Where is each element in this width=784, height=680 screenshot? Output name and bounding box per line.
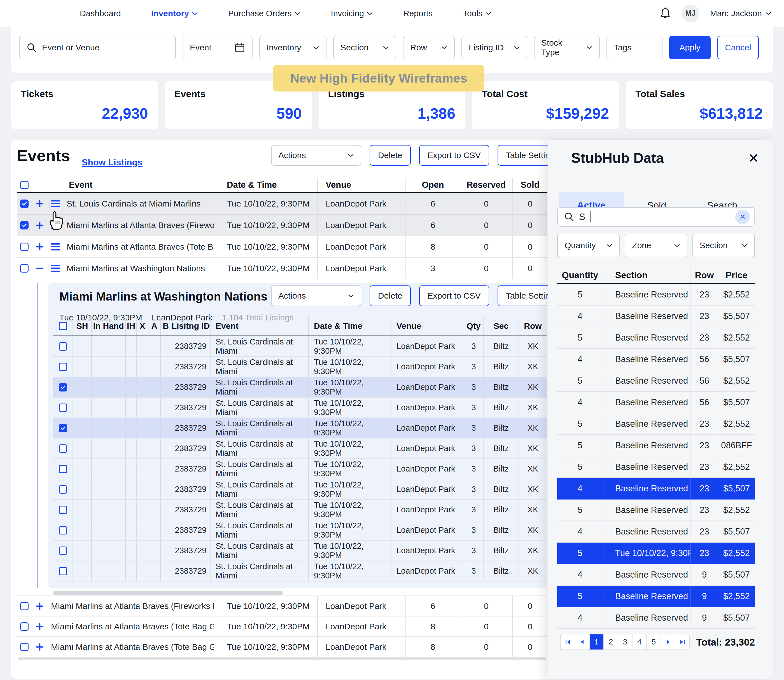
row-checkbox[interactable] (20, 221, 28, 230)
stubhub-row[interactable]: 5 Baseline Reserved 20 23 $2,552 (557, 413, 755, 435)
nav-item-inventory[interactable]: Inventory (151, 9, 198, 18)
row-checkbox[interactable] (59, 363, 67, 371)
delete-button[interactable]: Delete (370, 285, 411, 306)
listing-row[interactable]: 2383729 St. Louis Cardinals at Miami Tue… (53, 459, 547, 479)
event-row[interactable]: Miami Marlins at Atlanta Braves (Tote Ba… (17, 236, 547, 258)
nav-item-tools[interactable]: Tools (463, 9, 491, 18)
cancel-button[interactable]: Cancel (717, 36, 759, 59)
page-button-3[interactable]: 3 (618, 634, 632, 650)
row-checkbox[interactable] (59, 546, 67, 555)
menu-icon[interactable] (51, 265, 60, 272)
quantity-dropdown[interactable]: Quantity (557, 234, 620, 257)
row-checkbox[interactable] (20, 264, 28, 272)
event-row[interactable]: Miami Marlins at Atlanta Braves (Firewor… (17, 596, 547, 617)
next-page-button[interactable] (661, 634, 675, 650)
row-checkbox[interactable] (20, 242, 28, 251)
search-input[interactable]: Event or Venue (19, 36, 176, 59)
listing-row[interactable]: 2383729 St. Louis Cardinals at Miami Tue… (53, 561, 547, 581)
listing-row[interactable]: 2383729 St. Louis Cardinals at Miami Tue… (53, 500, 547, 520)
zone-dropdown[interactable]: Zone (625, 234, 687, 257)
select-all-checkbox[interactable] (20, 181, 28, 189)
export-csv-button[interactable]: Export to CSV (419, 145, 489, 166)
horizontal-scrollbar[interactable] (53, 591, 283, 595)
stubhub-row[interactable]: 4 Baseline Reserved 20 56 $5,507 (557, 349, 755, 370)
notification-bell-icon[interactable] (660, 7, 671, 20)
event-row[interactable]: Miami Marlins at Atlanta Braves (Firewor… (17, 215, 547, 236)
menu-icon[interactable] (51, 243, 60, 250)
expand-plus-icon[interactable] (35, 622, 44, 631)
horizontal-scrollbar[interactable] (17, 657, 546, 660)
row-checkbox[interactable] (59, 567, 67, 575)
expand-plus-icon[interactable] (35, 221, 44, 230)
stubhub-row[interactable]: 5 Baseline Reserved 20 9 $2,552 (557, 586, 755, 607)
stock-type-filter-dropdown[interactable]: Stock Type (534, 36, 600, 59)
last-page-button[interactable] (675, 634, 689, 650)
row-checkbox[interactable] (59, 526, 67, 535)
stubhub-row[interactable]: 5 Tue 10/10/22, 9:30PM 23 $2,552 (557, 543, 755, 564)
expand-plus-icon[interactable] (35, 602, 44, 611)
stubhub-row[interactable]: 5 Baseline Reserved 20 23 $2,552 (557, 327, 755, 349)
user-menu[interactable]: Marc Jackson (710, 9, 771, 18)
export-csv-button[interactable]: Export to CSV (419, 285, 489, 306)
stubhub-row[interactable]: 5 Baseline Reserved 20 23 $2,552 (557, 284, 755, 305)
stubhub-search-input[interactable]: S ✕ (557, 207, 755, 227)
listing-id-filter-dropdown[interactable]: Listing ID (461, 36, 527, 59)
row-checkbox[interactable] (20, 602, 28, 610)
row-checkbox[interactable] (20, 622, 28, 631)
row-checkbox[interactable] (59, 444, 67, 453)
expand-plus-icon[interactable] (35, 642, 44, 652)
apply-button[interactable]: Apply (669, 36, 711, 59)
tags-filter[interactable]: Tags (606, 36, 663, 59)
row-checkbox[interactable] (59, 424, 67, 432)
first-page-button[interactable] (560, 634, 575, 650)
listing-row[interactable]: 2383729 St. Louis Cardinals at Miami Tue… (53, 541, 547, 561)
row-filter-dropdown[interactable]: Row (403, 36, 455, 59)
expand-plus-icon[interactable] (35, 199, 44, 208)
page-button-1[interactable]: 1 (589, 634, 603, 650)
row-checkbox[interactable] (59, 342, 67, 351)
stubhub-row[interactable]: 4 Baseline Reserved 20 23 $5,507 (557, 305, 755, 327)
listing-row[interactable]: 2383729 St. Louis Cardinals at Miami Tue… (53, 336, 547, 357)
event-row[interactable]: St. Louis Cardinals at Miami Marlins Tue… (17, 193, 547, 215)
listing-row[interactable]: 2383729 St. Louis Cardinals at Miami Tue… (53, 439, 547, 459)
show-listings-link[interactable]: Show Listings (82, 157, 142, 168)
actions-dropdown[interactable]: Actions (271, 145, 361, 166)
inventory-filter-dropdown[interactable]: Inventory (259, 36, 327, 59)
close-icon[interactable]: ✕ (748, 151, 759, 166)
event-row[interactable]: Miami Marlins at Washington Nations Tue … (17, 258, 547, 279)
select-all-checkbox[interactable] (59, 322, 67, 330)
listing-row[interactable]: 2383729 St. Louis Cardinals at Miami Tue… (53, 520, 547, 541)
expand-plus-icon[interactable] (35, 242, 44, 251)
date-filter[interactable]: Event (183, 36, 252, 59)
stubhub-row[interactable]: 5 Baseline Reserved 20 23 086BFF (557, 435, 755, 456)
event-row[interactable]: Miami Marlins at Atlanta Braves (Tote Ba… (17, 637, 547, 657)
listing-row[interactable]: 2383729 St. Louis Cardinals at Miami Tue… (53, 398, 547, 418)
stubhub-row[interactable]: 5 Baseline Reserved 20 23 $2,552 (557, 499, 755, 521)
page-button-2[interactable]: 2 (603, 634, 618, 650)
actions-dropdown[interactable]: Actions (271, 285, 361, 306)
row-checkbox[interactable] (59, 485, 67, 494)
page-button-5[interactable]: 5 (646, 634, 661, 650)
row-checkbox[interactable] (59, 383, 67, 392)
row-checkbox[interactable] (59, 506, 67, 514)
clear-search-icon[interactable]: ✕ (735, 209, 750, 224)
stubhub-row[interactable]: 5 Baseline Reserved 20 56 $2,552 (557, 370, 755, 392)
row-checkbox[interactable] (20, 200, 28, 208)
listing-row[interactable]: 2383729 St. Louis Cardinals at Miami Tue… (53, 479, 547, 500)
nav-item-reports[interactable]: Reports (403, 9, 432, 18)
row-checkbox[interactable] (59, 465, 67, 473)
page-button-4[interactable]: 4 (632, 634, 646, 650)
avatar[interactable]: MJ (681, 5, 699, 22)
delete-button[interactable]: Delete (370, 145, 411, 166)
listing-row[interactable]: 2383729 St. Louis Cardinals at Miami Tue… (53, 357, 547, 377)
stubhub-row[interactable]: 5 Baseline Reserved 20 23 $2,552 (557, 456, 755, 478)
menu-icon[interactable] (51, 200, 60, 207)
prev-page-button[interactable] (575, 634, 589, 650)
section-filter-dropdown[interactable]: Section (333, 36, 396, 59)
menu-icon[interactable] (51, 222, 60, 229)
section-dropdown[interactable]: Section (693, 234, 755, 257)
collapse-minus-icon[interactable] (35, 264, 44, 273)
stubhub-row[interactable]: 4 Baseline Reserved 20 9 $5,507 (557, 564, 755, 586)
stubhub-row[interactable]: 4 Baseline Reserved 20 56 $5,507 (557, 392, 755, 413)
stubhub-row[interactable]: 4 Baseline Reserved 20 9 $5,507 (557, 607, 755, 629)
